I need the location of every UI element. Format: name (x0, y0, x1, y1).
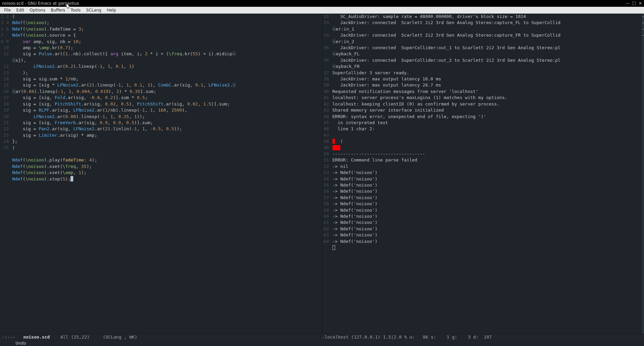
menubar: File Edit Options Buffers Tools SCLang H… (0, 7, 644, 14)
right-code[interactable]: SC_AudioDriver: sample rate = 48000.0000… (333, 14, 642, 334)
menu-buffers[interactable]: Buffers (48, 7, 68, 13)
menu-tools[interactable]: Tools (68, 7, 83, 13)
modeline-right: -localhost (127.0.0.1) 1.5|2.0 % u: 86 s… (322, 334, 642, 340)
maximize-icon[interactable] (632, 2, 636, 5)
editor-area: 1 2 3 4 5 6 7 8 9 10 11 12 13 14 15 16 1… (0, 14, 644, 334)
echo-area: Undo (0, 340, 644, 346)
left-code[interactable]: ( Ndef(\noisoo); Ndef(\noisoo).fadeTime … (12, 14, 322, 334)
menu-file[interactable]: File (1, 7, 14, 13)
echo-text: Undo (2, 341, 26, 346)
left-pane[interactable]: 1 2 3 4 5 6 7 8 9 10 11 12 13 14 15 16 1… (0, 14, 322, 334)
minimize-icon[interactable]: — (626, 1, 630, 6)
modeline-left: -:--- noisoo.scd All (25,22) (SCLang , W… (2, 334, 322, 340)
right-gutter: 32 33 34 35 36 37 38 39 40 41 42 43 44 4… (322, 14, 333, 334)
menu-sclang[interactable]: SCLang (83, 7, 104, 13)
close-icon[interactable]: ✕ (639, 1, 642, 6)
right-pane[interactable]: 32 33 34 35 36 37 38 39 40 41 42 43 44 4… (322, 14, 644, 334)
window-titlebar: noisoo.scd - GNU Emacs at gargantua — ✕ (0, 0, 644, 7)
window-title: noisoo.scd - GNU Emacs at gargantua (2, 1, 79, 6)
modeline-buffer-name: noisoo.scd (23, 334, 50, 340)
menu-edit[interactable]: Edit (14, 7, 27, 13)
modeline: -:--- noisoo.scd All (25,22) (SCLang , W… (0, 334, 644, 340)
left-gutter: 1 2 3 4 5 6 7 8 9 10 11 12 13 14 15 16 1… (0, 14, 12, 334)
menu-options[interactable]: Options (27, 7, 48, 13)
menu-help[interactable]: Help (104, 7, 119, 13)
right-fringe: ↩ ↩ ↩ ↩ (642, 14, 644, 334)
